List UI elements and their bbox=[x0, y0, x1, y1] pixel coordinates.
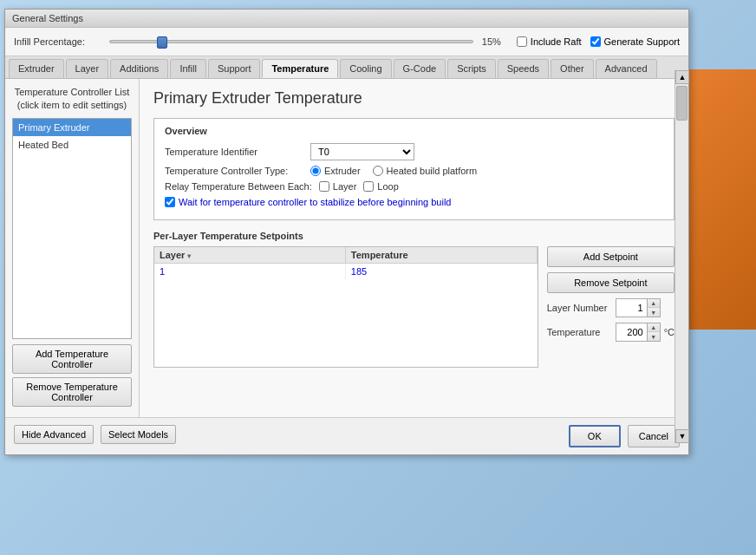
cell-layer-1: 1 bbox=[154, 264, 346, 279]
temperature-up[interactable]: ▲ bbox=[648, 323, 660, 332]
scroll-track[interactable] bbox=[675, 84, 688, 429]
tab-temperature[interactable]: Temperature bbox=[262, 59, 338, 78]
include-raft-group: Include Raft bbox=[517, 36, 582, 47]
dialog-title: General Settings bbox=[12, 13, 83, 23]
relay-layer-checkbox[interactable] bbox=[319, 181, 329, 192]
temperature-spinner: ▲ ▼ bbox=[616, 323, 661, 342]
footer-right: OK Cancel bbox=[569, 425, 680, 447]
sort-arrow-layer: ▾ bbox=[187, 252, 191, 260]
infill-label: Infill Percentage: bbox=[14, 36, 101, 47]
wait-label[interactable]: Wait for temperature controller to stabi… bbox=[165, 197, 451, 207]
add-setpoint-button[interactable]: Add Setpoint bbox=[547, 246, 675, 267]
radio-extruder[interactable] bbox=[310, 166, 321, 176]
ok-button[interactable]: OK bbox=[569, 425, 621, 447]
generate-support-checkbox[interactable] bbox=[590, 36, 601, 47]
right-panel: Primary Extruder Temperature Overview Te… bbox=[140, 79, 688, 417]
tab-scripts[interactable]: Scripts bbox=[447, 59, 496, 78]
wait-row: Wait for temperature controller to stabi… bbox=[165, 197, 663, 207]
temperature-input[interactable] bbox=[616, 325, 647, 339]
cancel-button[interactable]: Cancel bbox=[628, 425, 680, 447]
generate-support-label[interactable]: Generate Support bbox=[604, 36, 680, 47]
layer-number-up[interactable]: ▲ bbox=[648, 299, 660, 308]
list-item-primary-extruder[interactable]: Primary Extruder bbox=[13, 119, 131, 136]
main-content: Temperature Controller List (click item … bbox=[5, 79, 688, 417]
cell-temp-1: 185 bbox=[346, 264, 538, 279]
radio-extruder-text: Extruder bbox=[324, 166, 361, 176]
remove-setpoint-button[interactable]: Remove Setpoint bbox=[547, 272, 675, 293]
remove-temperature-controller-button[interactable]: Remove Temperature Controller bbox=[12, 377, 132, 407]
radio-heated-platform[interactable] bbox=[373, 166, 383, 176]
hide-advanced-button[interactable]: Hide Advanced bbox=[14, 425, 94, 444]
relay-label: Relay Temperature Between Each: bbox=[165, 181, 312, 192]
tabs-bar: Extruder Layer Additions Infill Support … bbox=[5, 56, 688, 79]
table-row[interactable]: 1 185 bbox=[154, 264, 538, 279]
tab-advanced[interactable]: Advanced bbox=[596, 59, 657, 78]
relay-layer-label[interactable]: Layer bbox=[319, 181, 357, 192]
layer-number-input[interactable] bbox=[616, 301, 647, 315]
generate-support-group: Generate Support bbox=[590, 36, 680, 47]
overview-label: Overview bbox=[165, 126, 663, 136]
list-item-heated-bed[interactable]: Heated Bed bbox=[13, 136, 131, 153]
temperature-controller-list[interactable]: Primary Extruder Heated Bed bbox=[12, 118, 132, 339]
temperature-down[interactable]: ▼ bbox=[648, 332, 660, 341]
list-header: Temperature Controller List (click item … bbox=[12, 86, 132, 113]
wait-link[interactable]: Wait for temperature controller to stabi… bbox=[179, 197, 451, 207]
temperature-row: Temperature ▲ ▼ °C bbox=[547, 323, 675, 342]
infill-slider-container bbox=[109, 35, 473, 49]
layer-number-spinner: ▲ ▼ bbox=[616, 298, 661, 317]
tab-additions[interactable]: Additions bbox=[110, 59, 168, 78]
layer-number-down[interactable]: ▼ bbox=[648, 308, 660, 317]
scroll-up-button[interactable]: ▲ bbox=[675, 70, 689, 84]
infill-row: Infill Percentage: 15% Include Raft Gene… bbox=[5, 28, 688, 56]
setpoints-section: Per-Layer Temperature Setpoints Layer ▾ … bbox=[153, 231, 675, 368]
panel-title: Primary Extruder Temperature bbox=[153, 89, 675, 108]
temp-id-label: Temperature Identifier bbox=[165, 147, 303, 157]
tab-support[interactable]: Support bbox=[208, 59, 261, 78]
scroll-thumb[interactable] bbox=[676, 86, 688, 121]
layer-number-label: Layer Number bbox=[547, 303, 612, 313]
relay-row: Relay Temperature Between Each: Layer Lo… bbox=[165, 181, 663, 192]
temp-id-select[interactable]: T0 T1 T2 bbox=[310, 143, 414, 160]
setpoints-label: Per-Layer Temperature Setpoints bbox=[153, 231, 675, 241]
tab-speeds[interactable]: Speeds bbox=[498, 59, 549, 78]
radio-heated-platform-text: Heated build platform bbox=[387, 166, 478, 176]
tab-infill[interactable]: Infill bbox=[170, 59, 206, 78]
relay-loop-checkbox[interactable] bbox=[363, 181, 374, 192]
radio-extruder-label[interactable]: Extruder bbox=[310, 166, 361, 176]
table-header: Layer ▾ Temperature bbox=[154, 247, 538, 264]
dialog-window: General Settings Infill Percentage: 15% … bbox=[4, 9, 689, 455]
setpoints-area: Layer ▾ Temperature 1 185 bbox=[153, 246, 675, 368]
temp-id-row: Temperature Identifier T0 T1 T2 bbox=[165, 143, 663, 160]
radio-heated-platform-label[interactable]: Heated build platform bbox=[373, 166, 478, 176]
layer-number-row: Layer Number ▲ ▼ bbox=[547, 298, 675, 317]
include-raft-checkbox[interactable] bbox=[517, 36, 527, 47]
left-panel: Temperature Controller List (click item … bbox=[5, 79, 140, 417]
setpoints-controls: Add Setpoint Remove Setpoint Layer Numbe… bbox=[547, 246, 675, 368]
relay-loop-label[interactable]: Loop bbox=[363, 181, 398, 192]
tab-gcode[interactable]: G-Code bbox=[394, 59, 446, 78]
slider-track bbox=[109, 40, 473, 43]
tab-cooling[interactable]: Cooling bbox=[340, 59, 391, 78]
col-temperature: Temperature bbox=[346, 247, 538, 263]
infill-slider-thumb[interactable] bbox=[157, 36, 167, 49]
include-raft-label[interactable]: Include Raft bbox=[531, 36, 582, 47]
layer-number-arrows: ▲ ▼ bbox=[647, 299, 660, 317]
temperature-arrows: ▲ ▼ bbox=[647, 323, 660, 341]
tab-layer[interactable]: Layer bbox=[66, 59, 109, 78]
setpoints-table: Layer ▾ Temperature 1 185 bbox=[153, 246, 538, 368]
scroll-down-button[interactable]: ▼ bbox=[675, 429, 689, 443]
temperature-spinner-label: Temperature bbox=[547, 327, 612, 337]
controller-type-label: Temperature Controller Type: bbox=[165, 166, 303, 176]
footer-bar: Hide Advanced Select Models OK Cancel bbox=[5, 417, 688, 454]
select-models-button[interactable]: Select Models bbox=[101, 425, 176, 444]
overview-group: Overview Temperature Identifier T0 T1 T2… bbox=[153, 118, 675, 220]
col-layer: Layer ▾ bbox=[154, 247, 346, 263]
wait-checkbox[interactable] bbox=[165, 197, 175, 207]
add-temperature-controller-button[interactable]: Add Temperature Controller bbox=[12, 344, 132, 374]
controller-type-radio-group: Extruder Heated build platform bbox=[310, 166, 477, 176]
scrollbar: ▲ ▼ bbox=[675, 70, 688, 443]
tab-extruder[interactable]: Extruder bbox=[9, 59, 64, 78]
infill-value: 15% bbox=[482, 36, 508, 47]
tab-other[interactable]: Other bbox=[551, 59, 594, 78]
footer-left: Hide Advanced Select Models bbox=[14, 425, 176, 447]
